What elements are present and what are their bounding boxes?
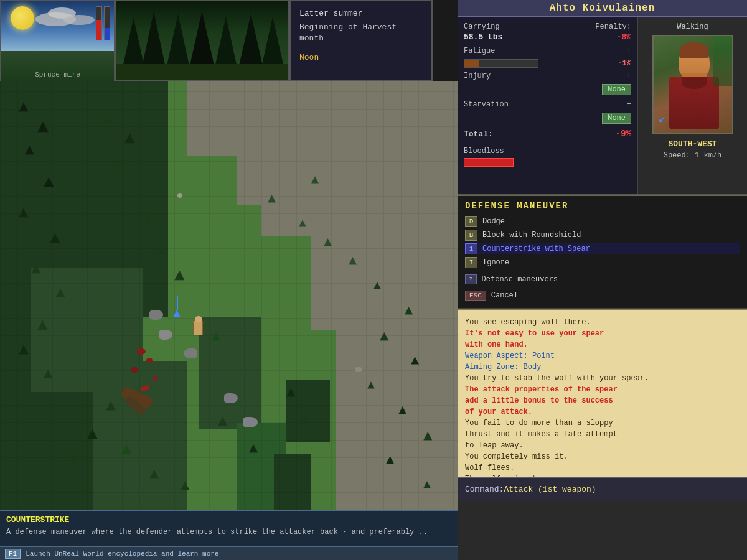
f1-text: Launch UnReal World encyclopedia and lea…	[26, 550, 218, 558]
plus-sign3: +	[627, 100, 631, 109]
f1-bar: F1 Launch UnReal World encyclopedia and …	[0, 546, 458, 560]
help-key[interactable]: ?	[465, 274, 477, 284]
help-option[interactable]: ? Defense maneuvers	[465, 274, 740, 284]
fatigue-fill	[464, 60, 479, 67]
tree-icon: ▲	[87, 426, 98, 444]
command-label: Command:	[465, 485, 504, 494]
stats-portrait-row: Carrying Penalty: 58.5 Lbs -8% Fatigue +…	[458, 17, 747, 195]
esc-key[interactable]: ESC	[465, 291, 486, 301]
rock	[355, 367, 362, 372]
fatigue-penalty: -1%	[618, 59, 631, 68]
tree-icon: ▲	[380, 330, 388, 345]
tree-icon: ▲	[25, 143, 34, 159]
weather-panel: Spruce mire	[0, 0, 115, 81]
top-bar: Spruce mire Latter summer Beginning of H…	[0, 0, 458, 81]
fatigue-label-row: Fatigue +	[464, 47, 631, 55]
plus-sign2: +	[627, 72, 631, 80]
counterstrike-key[interactable]: 1	[465, 243, 477, 254]
dodge-option[interactable]: D Dodge	[465, 216, 740, 227]
tree-icon: ▲	[299, 411, 309, 427]
tree-silhouette	[215, 16, 237, 67]
tree-icon: ▲	[181, 479, 189, 494]
time-text: Noon	[299, 53, 423, 62]
message-7: You fail to do more than a sloppythrust …	[465, 418, 740, 451]
counterstrike-option[interactable]: 1 Counterstrike with Spear	[465, 243, 740, 254]
direction-badge: SOUTH-WEST	[668, 139, 716, 149]
tree-icon: ▲	[423, 429, 432, 444]
carrying-value-row: 58.5 Lbs -8%	[464, 32, 631, 42]
tree-icon: ▲	[19, 100, 29, 116]
block-option[interactable]: B Block with Roundshield	[465, 230, 740, 241]
forest-preview	[115, 0, 289, 81]
command-value: Attack (1st weapon)	[504, 485, 596, 494]
total-row: Total: -9%	[464, 129, 631, 139]
tree-icon: ▲	[299, 218, 306, 230]
wolf-sprite	[149, 310, 163, 320]
injury-value: None	[602, 84, 631, 95]
wolf-sprite	[243, 417, 258, 427]
ignore-key[interactable]: I	[465, 257, 477, 268]
walking-label: Walking	[677, 22, 708, 31]
weather-sky	[1, 1, 114, 51]
map-area: ▲ ▲ ▲ ▲ ▲ ▲ ▲ ▲ ▲ ▲ ▲ ▲ ▲ ▲ ▲ ▲ ▲ ▲ ▲ ▲ …	[0, 81, 458, 510]
dodge-key[interactable]: D	[465, 216, 477, 227]
carrying-row: Carrying Penalty:	[464, 22, 631, 31]
f1-key[interactable]: F1	[5, 549, 21, 559]
char-header: Ahto Koivulainen	[458, 0, 747, 17]
flag-pole	[177, 296, 178, 310]
weather-ground: Spruce mire	[1, 51, 114, 82]
direction-arrow-icon: ↙	[659, 110, 666, 126]
portrait-frame: ↙	[652, 35, 733, 134]
bloodloss-row: Bloodloss	[464, 145, 631, 167]
player-sprite	[193, 320, 203, 335]
block-key[interactable]: B	[465, 230, 477, 241]
penalty-label: Penalty:	[595, 22, 631, 31]
char-name: Ahto Koivulainen	[464, 2, 741, 14]
tree-silhouette	[166, 14, 190, 68]
fatigue-label: Fatigue	[464, 47, 507, 55]
tree-icon: ▲	[37, 118, 49, 137]
message-3: Weapon Aspect: Point	[465, 350, 740, 362]
season-text: Latter summer	[299, 9, 423, 18]
ignore-option[interactable]: I Ignore	[465, 257, 740, 268]
tree-icon: ▲	[143, 212, 152, 226]
tree-icon: ▲	[268, 193, 276, 207]
wolf-sprite	[159, 330, 172, 340]
message-log: You see escaping wolf there. It's not ea…	[458, 309, 747, 477]
rock	[177, 193, 182, 198]
tree-icon: ▲	[125, 131, 135, 148]
tree-icon: ▲	[386, 454, 394, 468]
tree-icon: ▲	[44, 174, 54, 192]
weather-bars	[96, 6, 110, 40]
cancel-option[interactable]: ESC Cancel	[465, 291, 740, 301]
tree-icon: ▲	[68, 454, 77, 469]
defense-panel: DEFENSE MANEUVER D Dodge B Block with Ro…	[458, 195, 747, 309]
counterstrike-desc: A defense maneuver where the defender at…	[6, 527, 451, 538]
total-value: -9%	[616, 129, 631, 139]
carrying-label: Carrying	[464, 22, 514, 31]
blood-mark	[146, 358, 153, 363]
tree-icon: ▲	[37, 317, 48, 335]
tree-silhouette	[238, 14, 264, 71]
penalty-value: -8%	[617, 32, 631, 42]
tree-icon: ▲	[374, 280, 381, 292]
tree-icon: ▲	[286, 386, 295, 401]
wolf-sprite	[184, 348, 197, 358]
cancel-text: Cancel	[491, 291, 518, 300]
tree-icon: ▲	[31, 261, 41, 278]
tree-icon: ▲	[44, 367, 52, 382]
fatigue-bar	[464, 59, 538, 68]
message-6: The attack properties of the spearadd a …	[465, 384, 740, 418]
starvation-label: Starvation	[464, 100, 509, 109]
tree-silhouette	[123, 17, 144, 67]
blood-mark	[131, 367, 138, 373]
portrait-collar	[682, 77, 707, 89]
tree-icon: ▲	[19, 205, 29, 222]
message-4: Aiming Zone: Body	[465, 362, 740, 373]
time-panel: Latter summer Beginning of Harvest month…	[289, 0, 433, 81]
message-8: You completely miss it.	[465, 451, 740, 462]
temp-fill	[96, 20, 101, 40]
bloodloss-label: Bloodloss	[464, 147, 504, 156]
total-label: Total:	[464, 129, 493, 139]
tree-icon: ▲	[156, 243, 166, 259]
